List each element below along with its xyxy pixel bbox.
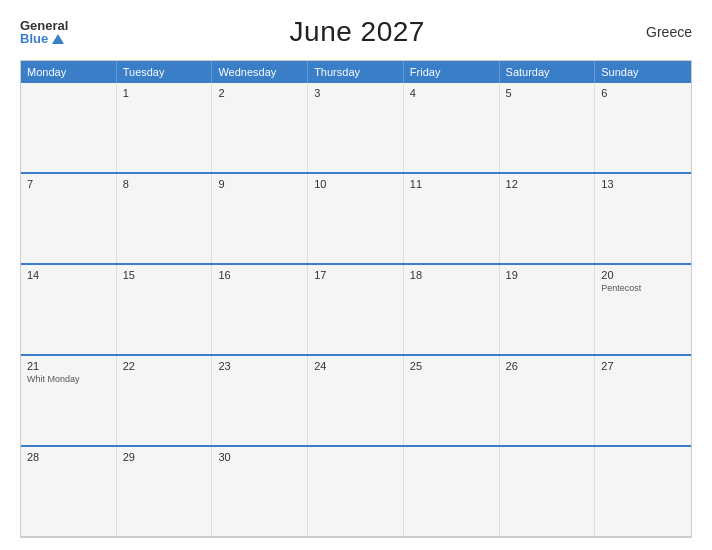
- page-title: June 2027: [290, 16, 425, 48]
- day-number: 12: [506, 178, 518, 190]
- day-cell: 21Whit Monday: [21, 356, 117, 445]
- day-number: 7: [27, 178, 33, 190]
- calendar-page: General Blue June 2027 Greece MondayTues…: [0, 0, 712, 550]
- day-event: Pentecost: [601, 283, 641, 294]
- logo-triangle-icon: [52, 34, 64, 44]
- week-row-1: 123456: [21, 83, 691, 174]
- day-cell: 10: [308, 174, 404, 263]
- day-cell: 24: [308, 356, 404, 445]
- day-cell: 20Pentecost: [595, 265, 691, 354]
- day-number: 5: [506, 87, 512, 99]
- day-cell: 16: [212, 265, 308, 354]
- day-number: 18: [410, 269, 422, 281]
- day-cell: 6: [595, 83, 691, 172]
- day-cell: 30: [212, 447, 308, 536]
- day-cell: 12: [500, 174, 596, 263]
- week-row-3: 14151617181920Pentecost: [21, 265, 691, 356]
- day-number: 26: [506, 360, 518, 372]
- day-number: 19: [506, 269, 518, 281]
- day-cell: 18: [404, 265, 500, 354]
- logo: General Blue: [20, 19, 68, 45]
- day-header-thursday: Thursday: [308, 61, 404, 83]
- day-number: 22: [123, 360, 135, 372]
- day-number: 15: [123, 269, 135, 281]
- day-number: 14: [27, 269, 39, 281]
- day-cell: 17: [308, 265, 404, 354]
- day-number: 9: [218, 178, 224, 190]
- weeks-container: 1234567891011121314151617181920Pentecost…: [21, 83, 691, 537]
- day-number: 25: [410, 360, 422, 372]
- day-number: 2: [218, 87, 224, 99]
- day-cell: 4: [404, 83, 500, 172]
- day-event: Whit Monday: [27, 374, 80, 385]
- day-cell: 25: [404, 356, 500, 445]
- day-cell: 2: [212, 83, 308, 172]
- day-cell: 19: [500, 265, 596, 354]
- day-cell: 13: [595, 174, 691, 263]
- day-cell: 3: [308, 83, 404, 172]
- day-number: 1: [123, 87, 129, 99]
- day-number: 17: [314, 269, 326, 281]
- day-number: 28: [27, 451, 39, 463]
- day-number: 30: [218, 451, 230, 463]
- day-number: 20: [601, 269, 613, 281]
- country-label: Greece: [646, 24, 692, 40]
- day-number: 27: [601, 360, 613, 372]
- day-header-wednesday: Wednesday: [212, 61, 308, 83]
- day-number: 13: [601, 178, 613, 190]
- day-cell: 7: [21, 174, 117, 263]
- day-cell: 8: [117, 174, 213, 263]
- day-cell: 22: [117, 356, 213, 445]
- day-cell: 9: [212, 174, 308, 263]
- day-number: 23: [218, 360, 230, 372]
- day-cell: [21, 83, 117, 172]
- day-header-tuesday: Tuesday: [117, 61, 213, 83]
- logo-blue-text: Blue: [20, 32, 68, 45]
- day-header-sunday: Sunday: [595, 61, 691, 83]
- day-cell: [500, 447, 596, 536]
- day-cell: 29: [117, 447, 213, 536]
- day-header-monday: Monday: [21, 61, 117, 83]
- day-number: 4: [410, 87, 416, 99]
- day-cell: 27: [595, 356, 691, 445]
- day-cell: 1: [117, 83, 213, 172]
- calendar-grid: MondayTuesdayWednesdayThursdayFridaySatu…: [20, 60, 692, 538]
- day-number: 29: [123, 451, 135, 463]
- page-header: General Blue June 2027 Greece: [20, 16, 692, 48]
- day-cell: 26: [500, 356, 596, 445]
- day-cell: [404, 447, 500, 536]
- week-row-4: 21Whit Monday222324252627: [21, 356, 691, 447]
- day-cell: 5: [500, 83, 596, 172]
- day-number: 3: [314, 87, 320, 99]
- days-header: MondayTuesdayWednesdayThursdayFridaySatu…: [21, 61, 691, 83]
- week-row-5: 282930: [21, 447, 691, 537]
- day-header-friday: Friday: [404, 61, 500, 83]
- day-cell: 15: [117, 265, 213, 354]
- week-row-2: 78910111213: [21, 174, 691, 265]
- day-number: 16: [218, 269, 230, 281]
- day-header-saturday: Saturday: [500, 61, 596, 83]
- day-number: 8: [123, 178, 129, 190]
- day-cell: 23: [212, 356, 308, 445]
- day-number: 21: [27, 360, 39, 372]
- day-number: 10: [314, 178, 326, 190]
- day-cell: 28: [21, 447, 117, 536]
- day-cell: 11: [404, 174, 500, 263]
- day-cell: 14: [21, 265, 117, 354]
- day-number: 6: [601, 87, 607, 99]
- day-cell: [595, 447, 691, 536]
- day-number: 11: [410, 178, 422, 190]
- day-number: 24: [314, 360, 326, 372]
- day-cell: [308, 447, 404, 536]
